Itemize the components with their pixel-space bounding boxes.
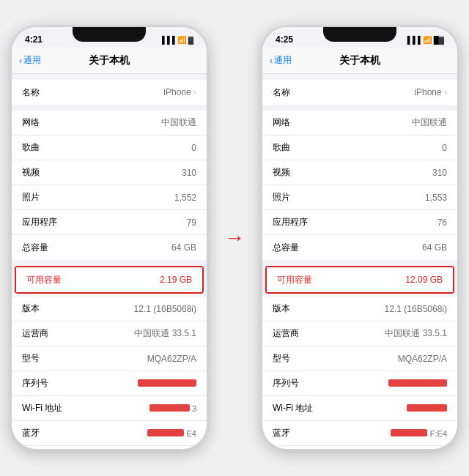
row-imei-right: IMEI 25.799991 14...	[262, 446, 457, 449]
label-version-right: 版本	[273, 302, 290, 315]
back-button-right[interactable]: ‹ 通用	[270, 54, 292, 67]
value-bluetooth-left: E4	[147, 428, 196, 439]
row-name-right[interactable]: 名称 iPhone	[262, 80, 457, 105]
label-capacity-left: 总容量	[22, 242, 48, 254]
row-songs-right: 歌曲 0	[262, 135, 457, 160]
value-version-left: 12.1 (16B5068i)	[134, 304, 196, 314]
value-name-left: iPhone	[163, 87, 196, 97]
label-bluetooth-left: 蓝牙	[22, 427, 40, 439]
row-videos-left: 视频 310	[12, 160, 207, 185]
label-carrier-right: 运营商	[273, 327, 299, 340]
time-left: 4:21	[25, 34, 43, 45]
value-photos-right: 1,553	[425, 193, 447, 203]
label-songs-right: 歌曲	[273, 141, 290, 154]
main-container: 4:21 ▐▐▐ 📶 ▓ ‹ 通用 关于本机	[0, 14, 469, 462]
row-version-right: 版本 12.1 (16B5068i)	[262, 297, 457, 321]
label-songs-left: 歌曲	[22, 141, 40, 154]
highlight-available-right: 可用容量 12.09 GB	[265, 266, 454, 294]
phone-right: 4:25 ▐▐▐ 📶 █▓ ‹ 通用 关于本机	[261, 26, 459, 450]
label-capacity-right: 总容量	[273, 242, 299, 254]
notch-right	[323, 27, 396, 42]
row-carrier-left: 运营商 中国联通 33.5.1	[12, 321, 207, 346]
redacted-wifi-left	[149, 404, 190, 412]
signal-icon-right: ▐▐▐	[405, 36, 420, 44]
row-network-right: 网络 中国联通	[262, 111, 457, 135]
row-wifi-right: Wi-Fi 地址	[262, 396, 457, 421]
row-apps-right: 应用程序 76	[262, 210, 457, 235]
value-songs-right: 0	[442, 143, 447, 153]
row-available-right: 可用容量 12.09 GB	[267, 267, 453, 292]
value-available-left: 2.19 GB	[160, 275, 192, 285]
section-name-left: 名称 iPhone	[12, 80, 207, 105]
value-bluetooth-right: F:E4	[391, 428, 447, 439]
label-photos-right: 照片	[273, 191, 290, 204]
value-network-right: 中国联通	[412, 116, 447, 129]
row-apps-left: 应用程序 79	[12, 210, 207, 235]
value-photos-left: 1,552	[174, 193, 196, 203]
row-bluetooth-left: 蓝牙 E4	[12, 421, 207, 446]
back-button-left[interactable]: ‹ 通用	[19, 54, 41, 67]
value-capacity-left: 64 GB	[171, 242, 196, 253]
phone-left: 4:21 ▐▐▐ 📶 ▓ ‹ 通用 关于本机	[10, 26, 208, 450]
battery-icon-left: ▓	[188, 36, 193, 44]
row-videos-right: 视频 310	[262, 160, 457, 185]
nav-bar-right: ‹ 通用 关于本机	[262, 48, 457, 74]
row-photos-left: 照片 1,552	[12, 185, 207, 210]
label-name-left: 名称	[22, 86, 40, 99]
status-icons-right: ▐▐▐ 📶 █▓	[405, 36, 444, 44]
label-available-right: 可用容量	[277, 274, 312, 286]
label-apps-right: 应用程序	[273, 216, 308, 228]
label-carrier-left: 运营商	[22, 327, 48, 340]
redacted-bt-right	[391, 429, 427, 436]
label-photos-left: 照片	[22, 191, 40, 204]
value-wifi-right	[407, 404, 447, 414]
value-videos-right: 310	[432, 168, 447, 178]
redacted-serial-left	[138, 379, 196, 387]
row-serial-right: 序列号	[262, 371, 457, 396]
back-label-left: 通用	[23, 54, 41, 67]
row-available-left: 可用容量 2.19 GB	[16, 267, 202, 292]
section-info-right: 版本 12.1 (16B5068i) 运营商 中国联通 33.5.1 型号 MQ…	[262, 297, 457, 449]
value-videos-left: 310	[182, 168, 196, 178]
value-name-right: iPhone	[414, 87, 447, 97]
value-model-right: MQA62ZP/A	[398, 354, 447, 364]
row-bluetooth-right: 蓝牙 F:E4	[262, 421, 457, 446]
label-videos-right: 视频	[273, 166, 290, 179]
nav-title-right: 关于本机	[339, 54, 380, 67]
label-wifi-left: Wi-Fi 地址	[22, 402, 62, 414]
signal-icon-left: ▐▐▐	[159, 36, 174, 44]
value-model-left: MQA62ZP/A	[147, 354, 196, 364]
value-available-right: 12.09 GB	[405, 275, 443, 285]
label-serial-left: 序列号	[22, 377, 48, 390]
section-name-right: 名称 iPhone	[262, 80, 457, 105]
label-model-left: 型号	[22, 352, 40, 365]
back-chevron-right: ‹	[270, 56, 273, 66]
wifi-icon-right: 📶	[423, 36, 432, 44]
row-capacity-right: 总容量 64 GB	[262, 235, 457, 260]
content-left: 名称 iPhone 网络 中国联通 歌曲 0 视频	[12, 74, 207, 449]
redacted-bt-left	[147, 429, 184, 436]
label-network-right: 网络	[273, 116, 290, 129]
wifi-icon-left: 📶	[177, 36, 186, 44]
row-version-left: 版本 12.1 (16B5068i)	[12, 297, 207, 321]
content-right: 名称 iPhone 网络 中国联通 歌曲 0 视频	[262, 74, 457, 449]
value-songs-left: 0	[191, 143, 196, 153]
label-version-left: 版本	[22, 302, 40, 315]
row-name-left[interactable]: 名称 iPhone	[12, 80, 207, 105]
direction-arrow: →	[224, 226, 245, 250]
back-label-right: 通用	[274, 54, 292, 67]
status-icons-left: ▐▐▐ 📶 ▓	[159, 36, 193, 44]
label-wifi-right: Wi-Fi 地址	[273, 402, 313, 414]
value-apps-right: 76	[437, 217, 447, 228]
row-model-left: 型号 MQA62ZP/A	[12, 346, 207, 371]
back-chevron-left: ‹	[19, 56, 22, 66]
label-serial-right: 序列号	[273, 377, 299, 390]
nav-title-left: 关于本机	[89, 54, 130, 67]
value-capacity-right: 64 GB	[422, 242, 447, 253]
value-serial-left	[138, 379, 196, 389]
nav-bar-left: ‹ 通用 关于本机	[12, 48, 207, 74]
value-version-right: 12.1 (16B5068i)	[385, 304, 447, 314]
label-name-right: 名称	[273, 86, 290, 99]
redacted-wifi-right	[407, 404, 447, 412]
arrow-container: →	[220, 226, 249, 250]
